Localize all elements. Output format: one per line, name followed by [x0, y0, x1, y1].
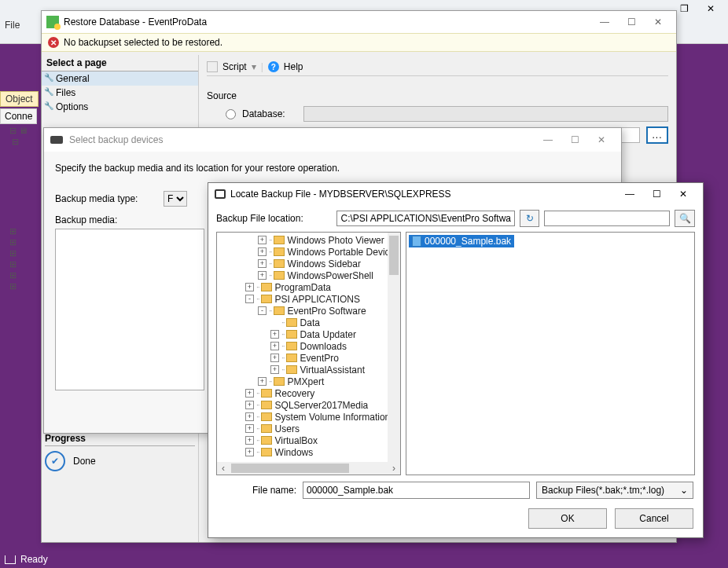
drive-icon	[215, 189, 226, 199]
folder-tree[interactable]: +··Windows Photo Viewer+··Windows Portab…	[216, 232, 401, 475]
tree-label: Windows Photo Viewer	[288, 235, 384, 246]
tree-node[interactable]: +··EventPro	[219, 352, 400, 364]
file-menu[interactable]: File	[5, 20, 20, 31]
expand-icon[interactable]: +	[245, 448, 254, 456]
close-icon[interactable]: ✕	[588, 134, 615, 145]
tree-hscroll[interactable]: ‹›	[217, 462, 400, 475]
status-text: Ready	[20, 554, 48, 565]
page-selector-header: Select a page	[42, 55, 198, 71]
restore-titlebar[interactable]: Restore Database - EventProData — ☐ ✕	[42, 11, 676, 33]
script-dropdown-icon[interactable]: ▾	[252, 61, 256, 72]
backup-media-list[interactable]	[55, 229, 204, 390]
expand-icon[interactable]: +	[245, 401, 254, 409]
tree-node[interactable]: +··Data Updater	[219, 328, 400, 340]
device-browse-button[interactable]: ...	[646, 126, 668, 144]
maximize-icon[interactable]: ☐	[618, 13, 645, 31]
expand-icon[interactable]: +	[245, 436, 254, 445]
object-explorer-tab[interactable]: Object	[0, 91, 39, 107]
expand-icon[interactable]: +	[270, 342, 279, 350]
expand-icon[interactable]: +	[270, 330, 279, 339]
expand-icon[interactable]: +	[245, 389, 254, 398]
tree-node[interactable]: +··VirtualBox	[219, 434, 400, 446]
close-icon[interactable]: ✕	[670, 185, 697, 203]
tree-node[interactable]: +··Downloads	[219, 340, 400, 352]
minimize-icon[interactable]: —	[591, 13, 618, 31]
page-files[interactable]: Files	[42, 86, 198, 100]
tree-node[interactable]: ··Data	[219, 317, 400, 328]
expand-icon[interactable]: +	[258, 259, 267, 268]
host-close-icon[interactable]: ✕	[700, 2, 722, 16]
backdev-titlebar[interactable]: Select backup devices — ☐ ✕	[44, 128, 621, 152]
tree-label: ProgramData	[275, 282, 331, 293]
folder-icon	[274, 377, 285, 386]
tree-label: SQLServer2017Media	[275, 400, 369, 411]
filter-input[interactable]	[544, 211, 670, 226]
tree-node[interactable]: +··PMXpert	[219, 376, 400, 387]
minimize-icon[interactable]: —	[616, 185, 643, 203]
expand-icon[interactable]	[270, 318, 279, 327]
script-button[interactable]: Script	[222, 61, 247, 72]
locate-titlebar[interactable]: Locate Backup File - MYDBSERVER\SQLEXPRE…	[208, 183, 703, 205]
refresh-button[interactable]: ↻	[520, 210, 540, 227]
file-icon	[412, 236, 421, 247]
tree-node[interactable]: +··VirtualAssistant	[219, 364, 400, 376]
media-type-select[interactable]: File	[164, 191, 187, 207]
page-options[interactable]: Options	[42, 100, 198, 114]
expand-icon[interactable]: +	[245, 412, 254, 421]
tree-vscroll[interactable]	[388, 233, 400, 462]
folder-icon	[261, 448, 272, 456]
host-menu: File	[5, 17, 20, 33]
backdev-instruction: Specify the backup media and its locatio…	[55, 163, 610, 174]
locate-backup-file-window: Locate Backup File - MYDBSERVER\SQLEXPRE…	[208, 182, 704, 538]
expand-icon[interactable]: +	[258, 236, 267, 244]
media-label: Backup media:	[55, 214, 117, 225]
expand-icon[interactable]: +	[258, 377, 267, 386]
expand-icon[interactable]: +	[245, 283, 254, 291]
tree-node[interactable]: +··Recovery	[219, 387, 400, 399]
ok-button[interactable]: OK	[528, 508, 607, 529]
folder-icon	[274, 236, 285, 244]
tree-node[interactable]: -··PSI APPLICATIONS	[219, 293, 400, 305]
tree-node[interactable]: +··WindowsPowerShell	[219, 269, 400, 281]
tree-label: Data	[300, 317, 320, 328]
help-button[interactable]: Help	[284, 61, 303, 72]
file-name-input[interactable]	[303, 482, 530, 499]
expand-icon[interactable]: +	[270, 354, 279, 362]
expand-icon[interactable]: +	[245, 424, 254, 433]
cancel-button[interactable]: Cancel	[615, 508, 693, 529]
file-item-selected[interactable]: 000000_Sample.bak	[409, 235, 514, 247]
tree-node[interactable]: +··Windows Portable Devices	[219, 246, 400, 258]
source-database-radio[interactable]	[226, 109, 236, 119]
search-button[interactable]: 🔍	[675, 210, 695, 227]
tree-node[interactable]: +··ProgramData	[219, 281, 400, 293]
expand-icon[interactable]: +	[258, 271, 267, 280]
tree-node[interactable]: +··Windows Sidebar	[219, 258, 400, 269]
minimize-icon[interactable]: —	[535, 134, 561, 145]
error-banner: ✕ No backupset selected to be restored.	[42, 33, 676, 52]
maximize-icon[interactable]: ☐	[643, 185, 670, 203]
folder-icon	[261, 401, 272, 409]
database-combo[interactable]	[303, 106, 668, 122]
tree-node[interactable]: +··Windows	[219, 446, 400, 458]
tree-node[interactable]: -··EventPro Software	[219, 305, 400, 317]
close-icon[interactable]: ✕	[645, 13, 671, 31]
file-list[interactable]: 000000_Sample.bak	[406, 232, 695, 475]
expand-icon[interactable]: -	[245, 295, 254, 303]
search-icon: 🔍	[679, 213, 691, 224]
expand-icon[interactable]: -	[258, 306, 267, 315]
file-filter-text: Backup Files(*.bak;*.tm;*.log)	[542, 485, 664, 496]
connect-dropdown[interactable]: Conne	[0, 108, 37, 124]
maximize-icon[interactable]: ☐	[561, 134, 588, 145]
media-type-label: Backup media type:	[55, 193, 157, 204]
expand-icon[interactable]: +	[258, 247, 267, 256]
folder-icon	[261, 424, 272, 433]
file-filter-combo[interactable]: Backup Files(*.bak;*.tm;*.log) ⌄	[536, 482, 693, 499]
expand-icon[interactable]: +	[270, 365, 279, 374]
location-input[interactable]	[336, 211, 514, 226]
tree-node[interactable]: +··SQLServer2017Media	[219, 399, 400, 411]
tree-node[interactable]: +··Users	[219, 423, 400, 434]
host-window-controls: ❐ ✕	[673, 0, 728, 17]
page-general[interactable]: General	[42, 71, 198, 86]
tree-node[interactable]: +··System Volume Information	[219, 411, 400, 423]
tree-node[interactable]: +··Windows Photo Viewer	[219, 234, 400, 246]
